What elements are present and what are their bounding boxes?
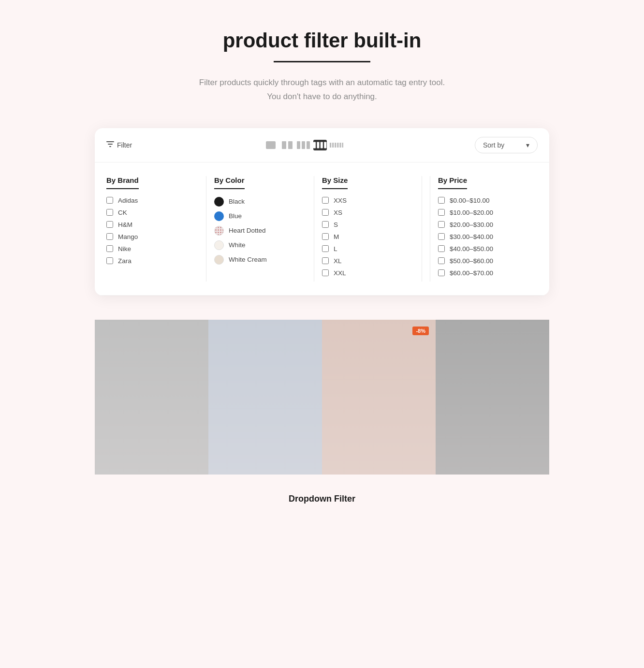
price-item[interactable]: $60.00–$70.00 xyxy=(438,269,530,277)
brand-label-0: Adidas xyxy=(118,197,138,204)
brand-item[interactable]: Adidas xyxy=(106,197,198,204)
svg-rect-12 xyxy=(324,142,326,148)
size-label-2: S xyxy=(334,221,338,228)
size-checkbox-0[interactable] xyxy=(322,197,329,204)
view-4col-button[interactable] xyxy=(313,140,327,150)
view-2col-button[interactable] xyxy=(280,140,294,150)
page-subtitle: Filter products quickly through tags wit… xyxy=(199,76,445,104)
size-item[interactable]: M xyxy=(322,233,414,240)
color-item[interactable]: Blue xyxy=(214,211,306,221)
color-swatch-3 xyxy=(214,240,224,250)
color-label-3: White xyxy=(229,241,246,249)
view-1col-button[interactable] xyxy=(264,140,278,150)
svg-rect-2 xyxy=(109,146,111,147)
svg-rect-13 xyxy=(330,143,331,148)
product-card-1[interactable] xyxy=(95,320,208,475)
color-swatch-4 xyxy=(214,255,224,265)
svg-rect-0 xyxy=(106,141,114,142)
price-checkbox-0[interactable] xyxy=(438,197,445,204)
svg-rect-7 xyxy=(302,141,305,149)
size-label-5: XL xyxy=(334,257,342,265)
brand-item[interactable]: Mango xyxy=(106,233,198,240)
svg-rect-17 xyxy=(339,143,341,148)
svg-rect-9 xyxy=(313,142,316,148)
price-label-0: $0.00–$10.00 xyxy=(450,197,490,204)
svg-rect-16 xyxy=(337,143,338,148)
price-label-4: $40.00–$50.00 xyxy=(450,245,493,252)
section-caption: Dropdown Filter xyxy=(289,494,355,504)
price-checkbox-3[interactable] xyxy=(438,233,445,240)
products-grid: -8% xyxy=(95,320,549,475)
brand-checkbox-1[interactable] xyxy=(106,209,113,216)
view-3col-button[interactable] xyxy=(297,140,310,150)
filter-brand-heading: By Brand xyxy=(106,176,139,189)
price-checkbox-4[interactable] xyxy=(438,245,445,252)
price-checkbox-5[interactable] xyxy=(438,257,445,264)
color-swatch-1 xyxy=(214,211,224,221)
price-item[interactable]: $20.00–$30.00 xyxy=(438,221,530,228)
brand-label-4: Nike xyxy=(118,245,131,252)
price-checkbox-2[interactable] xyxy=(438,221,445,228)
price-item[interactable]: $30.00–$40.00 xyxy=(438,233,530,240)
brand-item[interactable]: Nike xyxy=(106,245,198,252)
size-item[interactable]: XXL xyxy=(322,269,414,277)
size-item[interactable]: L xyxy=(322,245,414,252)
size-checkbox-3[interactable] xyxy=(322,233,329,240)
color-item[interactable]: Heart Dotted xyxy=(214,226,306,236)
svg-rect-15 xyxy=(335,143,336,148)
brand-checkbox-4[interactable] xyxy=(106,245,113,252)
title-underline xyxy=(274,61,370,62)
brand-checkbox-3[interactable] xyxy=(106,233,113,240)
color-label-1: Blue xyxy=(229,212,242,220)
color-item[interactable]: White Cream xyxy=(214,255,306,265)
svg-rect-18 xyxy=(342,143,343,148)
svg-rect-10 xyxy=(317,142,319,148)
price-label-3: $30.00–$40.00 xyxy=(450,233,493,240)
page-title: product filter built-in xyxy=(223,29,422,52)
brand-item[interactable]: Zara xyxy=(106,257,198,265)
brand-items-list: Adidas CK H&M Mango Nike Zara xyxy=(106,197,198,265)
discount-badge: -8% xyxy=(412,327,429,335)
brand-checkbox-5[interactable] xyxy=(106,257,113,264)
brand-checkbox-0[interactable] xyxy=(106,197,113,204)
svg-rect-3 xyxy=(266,141,276,149)
size-checkbox-4[interactable] xyxy=(322,245,329,252)
price-checkbox-1[interactable] xyxy=(438,209,445,216)
size-label-0: XXS xyxy=(334,197,347,204)
color-item[interactable]: White xyxy=(214,240,306,250)
sort-label: Sort by xyxy=(483,141,504,149)
size-checkbox-5[interactable] xyxy=(322,257,329,264)
view-6col-button[interactable] xyxy=(330,140,343,150)
color-label-0: Black xyxy=(229,198,245,205)
price-item[interactable]: $40.00–$50.00 xyxy=(438,245,530,252)
size-checkbox-1[interactable] xyxy=(322,209,329,216)
product-card-2[interactable] xyxy=(208,320,322,475)
svg-rect-1 xyxy=(108,144,113,145)
size-item[interactable]: XS xyxy=(322,209,414,216)
brand-item[interactable]: CK xyxy=(106,209,198,216)
color-label-4: White Cream xyxy=(229,256,267,263)
brand-checkbox-2[interactable] xyxy=(106,221,113,228)
filter-label: Filter xyxy=(117,141,132,149)
product-card-3[interactable]: -8% xyxy=(322,320,436,475)
price-item[interactable]: $10.00–$20.00 xyxy=(438,209,530,216)
filter-button[interactable]: Filter xyxy=(106,141,132,149)
price-item[interactable]: $0.00–$10.00 xyxy=(438,197,530,204)
brand-item[interactable]: H&M xyxy=(106,221,198,228)
chevron-down-icon: ▾ xyxy=(526,141,529,149)
filter-panel: By Brand Adidas CK H&M Mango Nike Zara B… xyxy=(95,163,549,296)
toolbar: Filter xyxy=(95,128,549,163)
size-item[interactable]: S xyxy=(322,221,414,228)
filter-size-section: By Size XXS XS S M L XL XXL xyxy=(322,176,422,282)
color-item[interactable]: Black xyxy=(214,197,306,207)
price-item[interactable]: $50.00–$60.00 xyxy=(438,257,530,265)
size-item[interactable]: XL xyxy=(322,257,414,265)
size-item[interactable]: XXS xyxy=(322,197,414,204)
size-checkbox-6[interactable] xyxy=(322,269,329,276)
size-checkbox-2[interactable] xyxy=(322,221,329,228)
svg-rect-6 xyxy=(297,141,300,149)
product-card-4[interactable] xyxy=(436,320,549,475)
price-checkbox-6[interactable] xyxy=(438,269,445,276)
sort-dropdown[interactable]: Sort by ▾ xyxy=(475,137,538,153)
color-items-list: BlackBlueHeart DottedWhiteWhite Cream xyxy=(214,197,306,265)
